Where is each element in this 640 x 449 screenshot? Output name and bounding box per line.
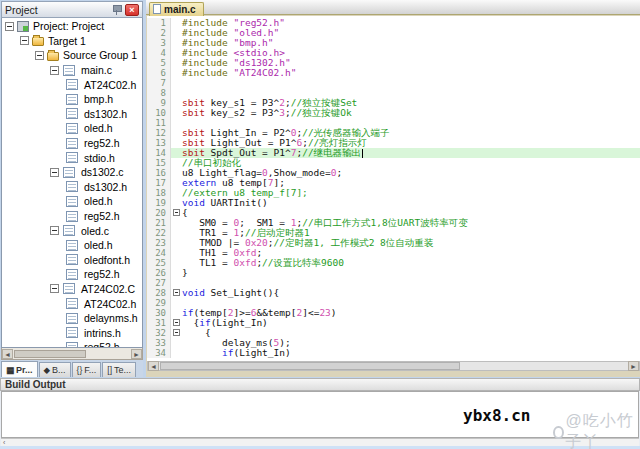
tree-node-label[interactable]: delaynms.h bbox=[84, 312, 138, 324]
tree-node-label[interactable]: oled.h bbox=[84, 195, 113, 207]
tree-node[interactable]: oled.h bbox=[2, 121, 142, 136]
tree-node-label[interactable]: oled.h bbox=[84, 122, 113, 134]
line-number[interactable]: 21 bbox=[147, 218, 171, 228]
workspace-tab[interactable]: {} F... bbox=[72, 362, 102, 377]
tree-node[interactable]: AT24C02.h bbox=[2, 77, 142, 92]
tree-node[interactable]: Project: Project bbox=[2, 19, 142, 34]
tree-node[interactable]: oled.h bbox=[2, 194, 142, 209]
code-text[interactable]: #include "AT24C02.h" bbox=[182, 68, 296, 78]
tree-node-label[interactable]: intrins.h bbox=[84, 327, 121, 339]
line-number[interactable]: 29 bbox=[147, 298, 171, 308]
line-number[interactable]: 19 bbox=[147, 198, 171, 208]
line-number[interactable]: 14 bbox=[147, 148, 171, 158]
tree-node[interactable]: reg52.h bbox=[2, 209, 142, 224]
line-number[interactable]: 7 bbox=[147, 78, 171, 88]
tree-node[interactable]: Source Group 1 bbox=[2, 48, 142, 63]
code-text[interactable]: if(Light_In) bbox=[182, 348, 291, 358]
tree-node-label[interactable]: reg52.h bbox=[84, 268, 120, 280]
line-number[interactable]: 26 bbox=[147, 268, 171, 278]
line-number[interactable]: 5 bbox=[147, 58, 171, 68]
line-number[interactable]: 20 bbox=[147, 208, 171, 218]
code-text[interactable]: sbit key_s2 = P3^3;//独立按键Ok bbox=[182, 108, 352, 118]
close-panel-button[interactable]: × bbox=[125, 4, 139, 16]
line-number[interactable]: 24 bbox=[147, 248, 171, 258]
tree-node[interactable]: stdio.h bbox=[2, 150, 142, 165]
scroll-thumb[interactable] bbox=[160, 362, 460, 370]
code-editor[interactable]: 1 #include "reg52.h" 2 #include "oled.h"… bbox=[147, 16, 640, 361]
tree-node[interactable]: reg52.h bbox=[2, 267, 142, 282]
collapse-icon[interactable] bbox=[20, 36, 29, 45]
tree-node[interactable]: reg52.h bbox=[2, 136, 142, 151]
line-number[interactable]: 15 bbox=[147, 158, 171, 168]
tree-node-label[interactable]: Target 1 bbox=[48, 35, 86, 47]
tree-node-label[interactable]: AT24C02.h bbox=[84, 298, 136, 310]
code-line[interactable]: 26 } bbox=[147, 268, 640, 278]
code-line[interactable]: 10 sbit key_s2 = P3^3;//独立按键Ok bbox=[147, 108, 640, 118]
tree-node[interactable]: AT24C02.h bbox=[2, 296, 142, 311]
fold-collapse-icon[interactable] bbox=[173, 209, 180, 216]
collapse-icon[interactable] bbox=[50, 284, 59, 293]
tree-node-label[interactable]: oled.h bbox=[84, 239, 113, 251]
line-number[interactable]: 1 bbox=[147, 18, 171, 28]
tree-node-label[interactable]: reg52.h bbox=[84, 341, 120, 348]
scroll-thumb[interactable] bbox=[14, 350, 86, 358]
line-number[interactable]: 25 bbox=[147, 258, 171, 268]
line-number[interactable]: 11 bbox=[147, 118, 171, 128]
tree-node-label[interactable]: main.c bbox=[81, 64, 112, 76]
collapse-icon[interactable] bbox=[35, 51, 44, 60]
tree-node[interactable]: delaynms.h bbox=[2, 311, 142, 326]
code-text[interactable]: TL1 = 0xfd;//设置比特率9600 bbox=[182, 258, 344, 268]
line-number[interactable]: 4 bbox=[147, 48, 171, 58]
tree-node-label[interactable]: AT24C02.C bbox=[81, 283, 135, 295]
collapse-icon[interactable] bbox=[5, 22, 14, 31]
line-number[interactable]: 10 bbox=[147, 108, 171, 118]
code-line[interactable]: 34 if(Light_In) bbox=[147, 348, 640, 358]
tree-node-label[interactable]: bmp.h bbox=[84, 93, 113, 105]
tree-node-label[interactable]: Project: Project bbox=[33, 20, 104, 32]
code-line[interactable]: 7 bbox=[147, 78, 640, 88]
tree-node-label[interactable]: ds1302.h bbox=[84, 108, 127, 120]
line-number[interactable]: 30 bbox=[147, 308, 171, 318]
tree-node-label[interactable]: Source Group 1 bbox=[63, 49, 137, 61]
line-number[interactable]: 34 bbox=[147, 348, 171, 358]
tree-node-label[interactable]: ds1302.h bbox=[84, 181, 127, 193]
line-number[interactable]: 28 bbox=[147, 288, 171, 298]
scroll-right-icon[interactable]: ► bbox=[131, 349, 142, 359]
code-line[interactable]: 25 TL1 = 0xfd;//设置比特率9600 bbox=[147, 258, 640, 268]
tree-node[interactable]: main.c bbox=[2, 63, 142, 78]
tree-node[interactable]: ds1302.h bbox=[2, 107, 142, 122]
workspace-tab[interactable]: ▦ Pr... bbox=[1, 361, 38, 377]
tree-node[interactable]: ds1302.c bbox=[2, 165, 142, 180]
tree-node[interactable]: reg52.h bbox=[2, 340, 142, 348]
scroll-left-icon[interactable]: ◄ bbox=[2, 349, 13, 359]
scroll-right-icon[interactable]: ► bbox=[628, 361, 639, 371]
tree-node[interactable]: intrins.h bbox=[2, 325, 142, 340]
pin-icon[interactable] bbox=[112, 4, 121, 15]
fold-collapse-icon[interactable] bbox=[173, 329, 180, 336]
line-number[interactable]: 9 bbox=[147, 98, 171, 108]
scroll-left-icon[interactable]: ‹ bbox=[3, 439, 5, 446]
line-number[interactable]: 17 bbox=[147, 178, 171, 188]
tree-node-label[interactable]: oledfont.h bbox=[84, 254, 130, 266]
line-number[interactable]: 22 bbox=[147, 228, 171, 238]
workspace-tab[interactable]: ◆ B... bbox=[39, 362, 71, 377]
code-text[interactable]: } bbox=[182, 268, 188, 278]
tree-node-label[interactable]: stdio.h bbox=[84, 152, 115, 164]
tree-node[interactable]: oledfont.h bbox=[2, 253, 142, 268]
tree-node[interactable]: oled.c bbox=[2, 223, 142, 238]
tree-node[interactable]: Target 1 bbox=[2, 34, 142, 49]
code-line[interactable]: 31 {if(Light_In) bbox=[147, 318, 640, 328]
collapse-icon[interactable] bbox=[50, 66, 59, 75]
code-text[interactable]: void Set_Light(){ bbox=[182, 288, 279, 298]
line-number[interactable]: 33 bbox=[147, 338, 171, 348]
tree-node[interactable]: oled.h bbox=[2, 238, 142, 253]
code-line[interactable]: 6 #include "AT24C02.h" bbox=[147, 68, 640, 78]
build-output-log[interactable] bbox=[1, 391, 639, 438]
line-number[interactable]: 18 bbox=[147, 188, 171, 198]
tree-node[interactable]: ds1302.h bbox=[2, 180, 142, 195]
tree-node[interactable]: bmp.h bbox=[2, 92, 142, 107]
line-number[interactable]: 31 bbox=[147, 318, 171, 328]
collapse-icon[interactable] bbox=[50, 226, 59, 235]
line-number[interactable]: 6 bbox=[147, 68, 171, 78]
line-number[interactable]: 8 bbox=[147, 88, 171, 98]
